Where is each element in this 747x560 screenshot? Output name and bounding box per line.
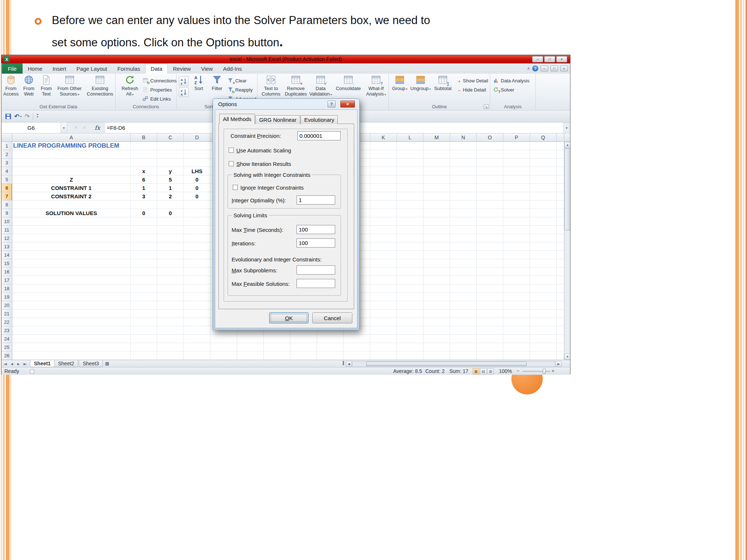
cell-E24[interactable] xyxy=(210,335,237,343)
cell-A14[interactable] xyxy=(12,251,131,259)
collapse-ribbon-icon[interactable]: ∧ xyxy=(527,66,530,71)
cell-E26[interactable] xyxy=(210,351,237,360)
cell-C15[interactable] xyxy=(157,259,184,268)
cell-A20[interactable] xyxy=(12,301,131,310)
cell-N5[interactable] xyxy=(450,175,477,184)
cell-N6[interactable] xyxy=(450,184,477,192)
insert-function-button[interactable]: fx xyxy=(92,122,103,133)
cell-P22[interactable] xyxy=(503,318,530,326)
cell-N3[interactable] xyxy=(450,159,477,167)
cell-C9[interactable]: 0 xyxy=(157,209,184,217)
workbook-close-button[interactable]: × xyxy=(560,66,568,71)
cell-O3[interactable] xyxy=(477,159,503,167)
cell-Q23[interactable] xyxy=(530,326,557,335)
cell-Q6[interactable] xyxy=(530,184,557,192)
cell-N20[interactable] xyxy=(450,301,477,310)
zoom-level[interactable]: 100% xyxy=(499,368,512,374)
cell-K5[interactable] xyxy=(370,175,397,184)
row-header-25[interactable]: 25 xyxy=(1,343,12,351)
from-web-button[interactable]: From Web xyxy=(20,75,37,97)
cell-N26[interactable] xyxy=(450,351,477,360)
cell-D22[interactable] xyxy=(184,318,210,326)
name-box[interactable]: G6 xyxy=(1,122,61,133)
sheet-tab-sheet2[interactable]: Sheet2 xyxy=(54,360,78,367)
cell-O2[interactable] xyxy=(477,150,503,159)
cell-O4[interactable] xyxy=(477,167,503,175)
cell-A25[interactable] xyxy=(12,343,131,351)
cell-B22[interactable] xyxy=(131,318,157,326)
sheet-tab-sheet3[interactable]: Sheet3 xyxy=(79,360,103,367)
cell-N17[interactable] xyxy=(450,276,477,284)
cell-O24[interactable] xyxy=(477,335,503,343)
cell-D11[interactable] xyxy=(184,226,210,234)
cell-C23[interactable] xyxy=(157,326,184,335)
sheet-tab-sheet1[interactable]: Sheet1 xyxy=(30,360,55,367)
cell-B1[interactable] xyxy=(131,142,157,150)
cell-M11[interactable] xyxy=(423,226,450,234)
cell-N11[interactable] xyxy=(450,226,477,234)
cell-A4[interactable] xyxy=(12,167,131,175)
cell-Q9[interactable] xyxy=(530,209,557,217)
first-sheet-button[interactable]: |◀ xyxy=(2,361,8,367)
cell-A12[interactable] xyxy=(12,234,131,242)
row-header-10[interactable]: 10 xyxy=(1,217,12,226)
zoom-out-button[interactable]: − xyxy=(516,368,519,374)
cell-F24[interactable] xyxy=(237,335,264,343)
tab-file[interactable]: File xyxy=(2,63,23,74)
cell-A9[interactable]: SOLUTION VALUES xyxy=(12,209,131,217)
row-header-7[interactable]: 7 xyxy=(1,192,12,201)
use-automatic-scaling-checkbox[interactable] xyxy=(229,148,234,153)
cell-L24[interactable] xyxy=(397,335,423,343)
existing-connections-button[interactable]: Existing Connections xyxy=(85,75,115,97)
cell-C21[interactable] xyxy=(157,310,184,318)
cell-B11[interactable] xyxy=(131,226,157,234)
cell-Q21[interactable] xyxy=(530,310,557,318)
cell-P2[interactable] xyxy=(503,150,530,159)
cell-O5[interactable] xyxy=(477,175,503,184)
cell-Q26[interactable] xyxy=(530,351,557,360)
cell-O23[interactable] xyxy=(477,326,503,335)
vertical-scrollbar[interactable]: ▲ ▼ xyxy=(564,133,570,360)
cell-N15[interactable] xyxy=(450,259,477,268)
cell-B21[interactable] xyxy=(131,310,157,318)
cell-C20[interactable] xyxy=(157,301,184,310)
cell-B19[interactable] xyxy=(131,293,157,301)
cell-L18[interactable] xyxy=(397,284,423,293)
cell-D10[interactable] xyxy=(184,217,210,226)
page-layout-view-button[interactable]: ▤ xyxy=(480,368,487,374)
cell-B7[interactable]: 3 xyxy=(131,192,157,201)
cell-M3[interactable] xyxy=(423,159,450,167)
cell-A26[interactable] xyxy=(12,351,131,360)
row-header-15[interactable]: 15 xyxy=(1,259,12,268)
cell-D14[interactable] xyxy=(184,251,210,259)
zoom-slider[interactable] xyxy=(522,371,550,372)
cell-K9[interactable] xyxy=(370,209,397,217)
subtotal-button[interactable]: ∑ Subtotal xyxy=(433,75,453,91)
cell-P13[interactable] xyxy=(503,242,530,251)
cell-M18[interactable] xyxy=(423,284,450,293)
row-header-5[interactable]: 5 xyxy=(1,175,12,184)
cell-D16[interactable] xyxy=(184,268,210,276)
cell-K22[interactable] xyxy=(370,318,397,326)
cell-D12[interactable] xyxy=(184,234,210,242)
cell-P14[interactable] xyxy=(503,251,530,259)
cell-P8[interactable] xyxy=(503,201,530,209)
cell-N24[interactable] xyxy=(450,335,477,343)
cell-N23[interactable] xyxy=(450,326,477,335)
cell-N4[interactable] xyxy=(450,167,477,175)
cell-B13[interactable] xyxy=(131,242,157,251)
cell-C16[interactable] xyxy=(157,268,184,276)
row-header-19[interactable]: 19 xyxy=(1,293,12,301)
cell-M4[interactable] xyxy=(423,167,450,175)
cell-H26[interactable] xyxy=(290,351,317,360)
cell-C11[interactable] xyxy=(157,226,184,234)
cell-Q4[interactable] xyxy=(530,167,557,175)
row-header-11[interactable]: 11 xyxy=(1,226,12,234)
cell-O16[interactable] xyxy=(477,268,503,276)
cell-A15[interactable] xyxy=(12,259,131,268)
cell-Q15[interactable] xyxy=(530,259,557,268)
cell-C3[interactable] xyxy=(157,159,184,167)
cell-B9[interactable]: 0 xyxy=(131,209,157,217)
cell-N9[interactable] xyxy=(450,209,477,217)
from-access-button[interactable]: From Access xyxy=(2,75,20,97)
